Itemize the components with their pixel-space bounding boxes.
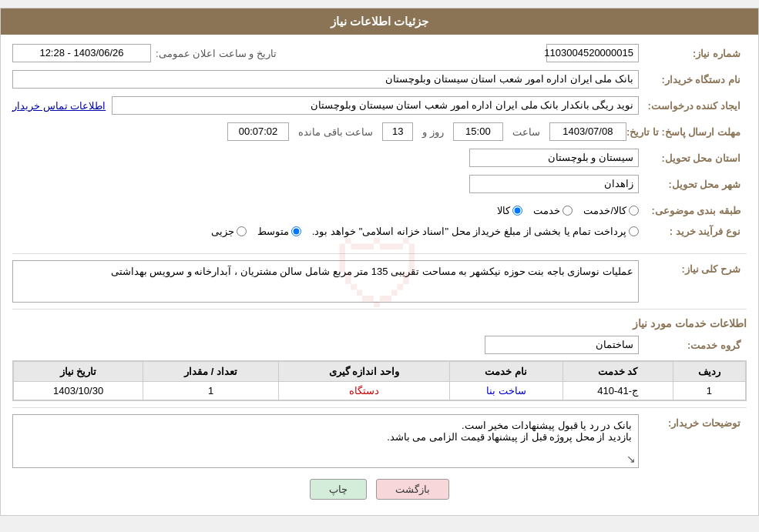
need-number-label: شماره نیاز: [639,48,747,59]
category-kala[interactable]: کالا [497,205,522,216]
services-table: ردیف کد خدمت نام خدمت واحد اندازه گیری ت… [13,361,746,400]
category-kala-khidmat-radio[interactable] [629,206,639,216]
back-button[interactable]: بازگشت [376,479,449,500]
days-label: روز و [422,126,444,138]
category-kala-khidmat-label: کالا/خدمت [583,205,626,216]
contact-info-link[interactable]: اطلاعات تماس خریدار [12,100,106,112]
city-label: شهر محل تحویل: [639,179,747,190]
print-button[interactable]: چاپ [310,479,367,500]
col-row-num: ردیف [673,362,745,382]
need-desc-label: شرح کلی نیاز: [639,260,747,275]
requester-label: ایجاد کننده درخواست: [639,100,747,112]
remaining-label: ساعت باقی مانده [298,126,373,138]
purchase-mutavasset-label: متوسط [257,226,289,237]
buyer-notes-value: بانک در رد یا قبول پیشنهادات مخیر است.با… [12,414,639,468]
purchase-type-label: نوع فرآیند خرید : [639,226,747,237]
need-number-value: 1103004520000015 [546,44,639,62]
purchase-jozii[interactable]: جزیی [211,226,247,237]
category-khidmat[interactable]: خدمت [533,205,573,216]
table-row: 1 ج-41-410 ساخت بنا دستگاه 1 1403/10/30 [14,382,746,400]
requester-value: نوید ریگی بانکدار بانک ملی ایران اداره ا… [112,96,639,115]
col-quantity: تعداد / مقدار [143,362,279,382]
deadline-label: مهلت ارسال پاسخ: تا تاریخ: [626,126,747,138]
category-label: طبقه بندی موضوعی: [639,205,747,216]
purchase-jozii-label: جزیی [211,226,234,237]
deadline-remaining-value: 00:07:02 [227,122,289,141]
divider-3 [12,407,747,408]
col-service-code: کد خدمت [563,362,673,382]
resize-handle: ↘ [626,453,636,465]
category-khidmat-radio[interactable] [563,206,573,216]
cell-quantity: 1 [143,382,279,400]
purchase-note-label: پرداخت تمام یا بخشی از مبلغ خریداز محل "… [312,226,626,237]
province-value: سیستان و بلوچستان [469,149,639,167]
action-buttons: بازگشت چاپ [12,479,747,500]
service-group-label: گروه خدمت: [639,340,747,351]
divider-1 [12,253,747,254]
pub-date-label: تاریخ و ساعت اعلان عمومی: [156,48,277,59]
category-khidmat-label: خدمت [533,205,560,216]
col-service-name: نام خدمت [449,362,563,382]
purchase-mutavasset-radio[interactable] [291,226,301,236]
buyer-org-label: نام دستگاه خریدار: [639,74,747,85]
purchase-note-radio[interactable] [629,226,639,236]
category-kala-radio[interactable] [512,206,522,216]
deadline-date-value: 1403/07/08 [549,122,626,141]
cell-service-name: ساخت بنا [449,382,563,400]
category-kala-label: کالا [497,205,510,216]
cell-row-num: 1 [673,382,745,400]
col-unit: واحد اندازه گیری [279,362,450,382]
purchase-mutavasset[interactable]: متوسط [257,226,301,237]
city-value: زاهدان [469,175,639,193]
purchase-jozii-radio[interactable] [237,226,247,236]
deadline-time-value: 15:00 [453,122,503,141]
time-label: ساعت [512,126,540,138]
category-kala-khidmat[interactable]: کالا/خدمت [583,205,639,216]
province-label: استان محل تحویل: [639,152,747,164]
category-radio-group: کالا/خدمت خدمت کالا [497,205,639,216]
page-title: جزئیات اطلاعات نیاز [1,8,758,35]
purchase-note-item[interactable]: پرداخت تمام یا بخشی از مبلغ خریداز محل "… [312,226,639,237]
divider-2 [12,309,747,309]
buyer-org-value: بانک ملی ایران اداره امور شعب استان سیست… [12,70,639,89]
cell-unit: دستگاه [279,382,450,400]
purchase-type-radio-group: پرداخت تمام یا بخشی از مبلغ خریداز محل "… [211,226,639,237]
cell-date: 1403/10/30 [14,382,143,400]
pub-date-value: 1403/06/26 - 12:28 [12,44,151,62]
col-date: تاریخ نیاز [14,362,143,382]
deadline-days-value: 13 [382,122,413,141]
services-title: اطلاعات خدمات مورد نیاز [12,317,747,330]
service-group-value: ساختمان [485,336,639,354]
services-table-container: ردیف کد خدمت نام خدمت واحد اندازه گیری ت… [12,360,747,401]
buyer-notes-label: توضیحات خریدار: [639,414,747,429]
need-desc-value: عملیات نوسازی باجه بنت حوزه نیکشهر به مس… [12,260,639,303]
cell-service-code: ج-41-410 [563,382,673,400]
